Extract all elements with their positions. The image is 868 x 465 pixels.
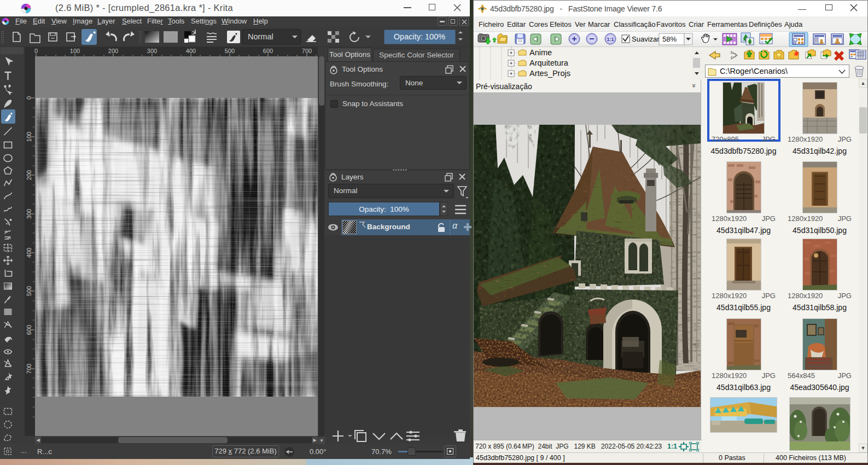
svg-text:600: 600 (263, 48, 273, 54)
svg-text:400: 400 (186, 48, 196, 54)
svg-text:500: 500 (225, 48, 235, 54)
svg-text:400: 400 (26, 248, 32, 258)
svg-text:1:1: 1:1 (607, 37, 614, 42)
svg-text:Arquitetura: Arquitetura (529, 59, 569, 67)
svg-text:Opacity: 100%: Opacity: 100% (394, 32, 445, 41)
svg-text:300: 300 (26, 209, 32, 219)
svg-text:Anime: Anime (529, 48, 552, 57)
svg-text:Normal: Normal (248, 32, 273, 41)
svg-text:300: 300 (147, 48, 157, 54)
svg-text:700: 700 (302, 48, 312, 54)
svg-text:58%: 58% (662, 35, 677, 43)
svg-text:Artes_Projs: Artes_Projs (529, 69, 570, 78)
svg-text:100: 100 (70, 48, 80, 54)
svg-text:600: 600 (26, 325, 32, 335)
svg-text:0: 0 (26, 96, 32, 100)
svg-text:100: 100 (26, 132, 32, 142)
svg-text:500: 500 (26, 286, 32, 296)
svg-text:200: 200 (26, 170, 32, 180)
svg-text:0: 0 (34, 48, 38, 54)
svg-text:700: 700 (26, 364, 32, 374)
svg-text:Suavizar: Suavizar (632, 35, 660, 43)
svg-text:200: 200 (108, 48, 118, 54)
